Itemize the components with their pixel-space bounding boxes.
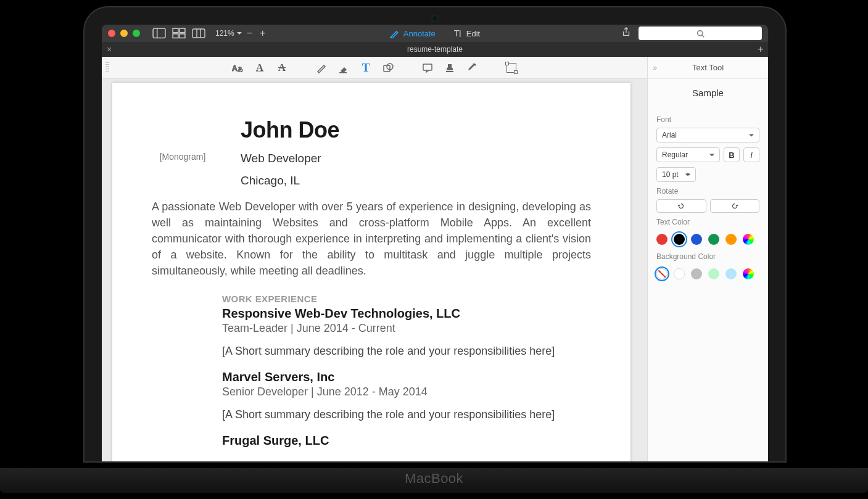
annotation-toolbar: Aあ A A T <box>102 57 647 79</box>
window-controls <box>108 30 140 37</box>
pencil-tool-button[interactable] <box>315 61 328 75</box>
svg-text:A: A <box>232 64 238 73</box>
annotate-label: Annotate <box>403 29 436 38</box>
inspector-collapse-button[interactable]: » <box>653 63 657 72</box>
resume-summary: A passionate Web Developer with over 5 y… <box>152 199 591 279</box>
tab-close-button[interactable]: × <box>102 44 117 54</box>
resume-role: Web Developer <box>241 152 339 165</box>
minimize-window-button[interactable] <box>120 30 128 37</box>
crop-tool-button[interactable] <box>505 61 518 75</box>
font-style-select[interactable]: Regular <box>656 147 720 162</box>
underline-button[interactable]: A <box>253 61 267 75</box>
close-window-button[interactable] <box>108 30 115 37</box>
sidebar-toggle-button[interactable] <box>152 28 166 39</box>
resume-monogram: [Monogram] <box>152 152 213 162</box>
section-heading-work: WORK EXPERIENCE <box>222 294 591 304</box>
svg-rect-4 <box>173 34 178 38</box>
text-color-orange[interactable] <box>725 234 737 245</box>
inspector-sample-preview: Sample <box>648 79 768 107</box>
font-family-select[interactable]: Arial <box>656 128 759 142</box>
text-color-swatches <box>656 230 759 247</box>
toolbar-handle <box>105 62 109 73</box>
bg-color-custom[interactable] <box>743 268 754 279</box>
rotate-cw-button[interactable] <box>710 199 760 213</box>
text-color-blue[interactable] <box>691 234 702 245</box>
svg-rect-18 <box>423 64 432 70</box>
thumbnails-view-button[interactable] <box>172 28 186 39</box>
zoom-dropdown[interactable]: 121% <box>215 29 242 38</box>
macbook-frame: 121% − + Annotate T Edit <box>83 6 787 463</box>
svg-rect-6 <box>192 29 205 38</box>
bg-color-white[interactable] <box>674 268 685 279</box>
experience-item: Responsive Web-Dev Technologies, LLC Tea… <box>222 307 591 358</box>
tab-bar: × resume-template + <box>102 42 768 57</box>
strikethrough-button[interactable]: A <box>275 61 289 75</box>
experience-role: Team-Leader | June 2014 - Current <box>222 322 591 335</box>
svg-point-11 <box>697 30 702 35</box>
experience-company: Frugal Surge, LLC <box>222 434 591 448</box>
note-tool-button[interactable] <box>421 61 434 75</box>
experience-summary: [A Short summary describing the role and… <box>222 408 591 421</box>
rotate-ccw-button[interactable] <box>656 199 706 213</box>
experience-company: Marvel Servers, Inc <box>222 370 591 384</box>
experience-role: Senior Developer | June 2012 - May 2014 <box>222 386 591 398</box>
search-input[interactable] <box>639 27 762 40</box>
text-color-custom[interactable] <box>743 234 754 245</box>
new-tab-button[interactable]: + <box>753 44 768 55</box>
text-style-button[interactable]: Aあ <box>231 61 244 75</box>
zoom-out-button[interactable]: − <box>244 28 255 39</box>
edit-mode-button[interactable]: T Edit <box>453 28 480 38</box>
macbook-base: MacBook <box>0 468 868 493</box>
app-window: 121% − + Annotate T Edit <box>102 25 768 461</box>
svg-rect-15 <box>339 72 347 73</box>
screen-bezel: 121% − + Annotate T Edit <box>102 25 768 461</box>
font-section-label: Font <box>656 115 759 124</box>
bg-color-label: Background Color <box>656 252 759 261</box>
svg-rect-2 <box>173 28 178 33</box>
eyedropper-tool-button[interactable] <box>465 61 479 75</box>
text-color-red[interactable] <box>656 234 668 245</box>
svg-line-12 <box>701 35 703 36</box>
eraser-tool-button[interactable] <box>337 61 350 75</box>
svg-rect-3 <box>180 28 185 33</box>
font-size-select[interactable]: 10 pt <box>656 167 696 182</box>
experience-summary: [A Short summary describing the role and… <box>222 345 591 358</box>
contact-sheet-view-button[interactable] <box>192 28 205 39</box>
edit-label: Edit <box>466 29 480 38</box>
bg-color-blue[interactable] <box>725 268 737 279</box>
svg-rect-19 <box>446 71 453 72</box>
text-tool-button[interactable]: T <box>359 61 373 75</box>
inspector-panel: » Text Tool Sample Font Arial Regular B … <box>647 57 768 461</box>
document-pane: Aあ A A T <box>102 57 647 461</box>
bg-color-none[interactable] <box>656 268 668 279</box>
rotate-section-label: Rotate <box>656 187 759 196</box>
stamp-tool-button[interactable] <box>443 61 457 75</box>
fullscreen-window-button[interactable] <box>133 30 140 37</box>
window-titlebar: 121% − + Annotate T Edit <box>102 25 768 42</box>
experience-item: Frugal Surge, LLC <box>222 434 591 448</box>
document-scroll[interactable]: [Monogram] John Doe Web Developer Chicag… <box>102 79 647 461</box>
italic-button[interactable]: I <box>743 147 759 162</box>
main-area: Aあ A A T <box>102 57 768 461</box>
tab-title: resume-template <box>407 45 463 54</box>
bold-button[interactable]: B <box>724 147 740 162</box>
inspector-header: » Text Tool <box>648 57 768 79</box>
svg-text:T: T <box>454 28 460 38</box>
svg-text:あ: あ <box>238 66 243 72</box>
text-color-label: Text Color <box>656 218 759 226</box>
shape-tool-button[interactable] <box>381 61 395 75</box>
experience-item: Marvel Servers, Inc Senior Developer | J… <box>222 370 591 421</box>
text-color-green[interactable] <box>708 234 719 245</box>
macbook-label: MacBook <box>405 471 463 487</box>
bg-color-gray[interactable] <box>691 268 702 279</box>
resume-name: John Doe <box>241 117 339 143</box>
camera-dot <box>432 16 437 21</box>
share-button[interactable] <box>621 27 631 39</box>
svg-rect-0 <box>153 28 165 38</box>
svg-rect-5 <box>180 34 185 38</box>
annotate-mode-button[interactable]: Annotate <box>390 28 436 38</box>
text-color-black[interactable] <box>674 234 685 245</box>
inspector-title: Text Tool <box>692 63 724 72</box>
zoom-in-button[interactable]: + <box>257 28 268 39</box>
bg-color-green[interactable] <box>708 268 719 279</box>
